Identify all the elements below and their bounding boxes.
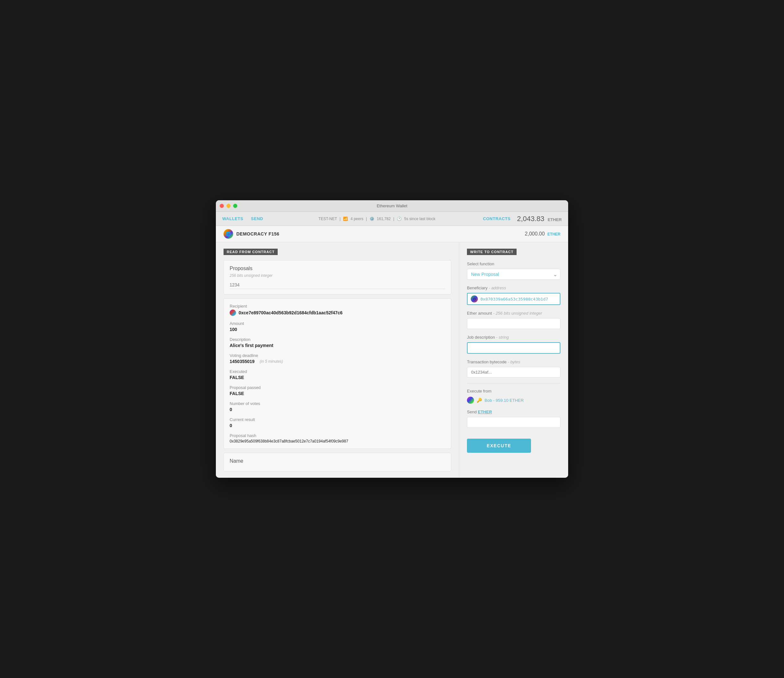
- name-card-title: Name: [230, 458, 445, 464]
- separator3: |: [393, 217, 394, 221]
- send-ether-input[interactable]: 0: [467, 417, 560, 428]
- name-card: Name: [224, 453, 451, 471]
- amount-label: Amount: [230, 321, 445, 326]
- balance-unit: ETHER: [548, 217, 562, 222]
- voting-deadline-label: Voting deadline: [230, 353, 445, 358]
- contract-name-text: DEMOCRACY F156: [236, 231, 279, 237]
- description-row: Description Alice's first payment: [230, 337, 445, 348]
- function-select-wrapper: New Proposal Vote Execute Proposal ⌄: [467, 269, 560, 280]
- balance-amount: 2,043.83: [517, 215, 544, 223]
- num-votes-label: Number of votes: [230, 401, 445, 406]
- ether-amount-label: Ether amount - 256 bits unsigned integer: [467, 311, 560, 316]
- network-status: TEST-NET | 📶 4 peers | ⚙️ 161,782 | 🕐 5s…: [271, 217, 483, 221]
- recipient-row: Recipient 0xce7e89700ac40d563b92d1684cfd…: [230, 304, 445, 316]
- contract-balance: 2,000.00 ETHER: [525, 231, 560, 237]
- current-result-row: Current result 0: [230, 417, 445, 428]
- send-ether-label: Send ETHER: [467, 410, 560, 414]
- write-section-label: WRITE TO CONTRACT: [467, 249, 516, 255]
- beneficiary-icon: ⬡: [471, 295, 478, 302]
- tx-bytecode-input[interactable]: [467, 367, 560, 377]
- blocks-count: 161,782: [377, 217, 391, 221]
- contract-balance-amount: 2,000.00: [525, 231, 545, 237]
- ether-amount-input[interactable]: 100: [467, 318, 560, 329]
- proposal-hash-value: 0x3829e95a509f638b84e3c87a8fcbae5012e7c7…: [230, 439, 445, 443]
- right-panel: WRITE TO CONTRACT Select function New Pr…: [459, 242, 568, 478]
- contract-balance-unit: ETHER: [548, 232, 560, 237]
- maximize-button[interactable]: [233, 204, 237, 208]
- proposal-passed-row: Proposal passed FALSE: [230, 385, 445, 396]
- peers-count: 4 peers: [350, 217, 363, 221]
- network-label: TEST-NET: [318, 217, 337, 221]
- select-function-group: Select function New Proposal Vote Execut…: [467, 262, 560, 280]
- recipient-value: 0xce7e89700ac40d563b92d1684cfdb1aac52f47…: [230, 310, 445, 316]
- deadline-hint: (in 5 minutes): [260, 359, 283, 364]
- antenna-icon: 📶: [343, 217, 348, 221]
- amount-value: 100: [230, 327, 445, 332]
- executed-value: FALSE: [230, 375, 445, 380]
- blocks-icon: ⚙️: [370, 217, 374, 221]
- read-section-label: READ FROM CONTRACT: [224, 249, 278, 255]
- recipient-icon: [230, 310, 236, 316]
- beneficiary-group: Beneficiary - address ⬡ 0x870339a66a53c3…: [467, 285, 560, 305]
- execute-from-account[interactable]: 🔑 Bob - 959.10 ETHER: [467, 397, 560, 404]
- clock-icon: 🕐: [397, 217, 401, 221]
- executed-label: Executed: [230, 369, 445, 374]
- main-content: READ FROM CONTRACT Proposals 256 bits un…: [216, 242, 568, 478]
- tx-bytecode-group: Transaction bytecode - bytes: [467, 360, 560, 377]
- minimize-button[interactable]: [226, 204, 230, 208]
- proposals-card: Proposals 256 bits unsigned integer: [224, 260, 451, 295]
- last-block: 5s since last block: [404, 217, 435, 221]
- wallets-nav[interactable]: WALLETS: [222, 216, 243, 221]
- amount-row: Amount 100: [230, 321, 445, 332]
- bob-avatar-icon: [467, 397, 474, 404]
- deadline-number: 1450355019: [230, 359, 255, 364]
- select-function-label: Select function: [467, 262, 560, 266]
- proposals-title: Proposals: [230, 266, 445, 271]
- execute-button[interactable]: EXECUTE: [467, 439, 531, 453]
- voting-deadline-value: 1450355019 (in 5 minutes): [230, 359, 445, 364]
- title-bar: Ethereum Wallet: [216, 200, 568, 212]
- left-panel: READ FROM CONTRACT Proposals 256 bits un…: [216, 242, 459, 478]
- beneficiary-address: 0x870339a66a53c35988c43b1d7: [481, 297, 548, 301]
- window-title: Ethereum Wallet: [376, 203, 408, 208]
- current-result-value: 0: [230, 423, 445, 428]
- contract-data-section: Recipient 0xce7e89700ac40d563b92d1684cfd…: [224, 298, 451, 449]
- proposal-hash-label: Proposal hash: [230, 433, 445, 438]
- executed-row: Executed FALSE: [230, 369, 445, 380]
- execute-from-group: Execute from 🔑 Bob - 959.10 ETHER: [467, 389, 560, 404]
- divider: [467, 383, 560, 383]
- voting-deadline-row: Voting deadline 1450355019 (in 5 minutes…: [230, 353, 445, 364]
- proposals-input[interactable]: [230, 281, 445, 289]
- app-window: Ethereum Wallet WALLETS SEND TEST-NET | …: [216, 200, 568, 478]
- description-value: Alice's first payment: [230, 343, 445, 348]
- execute-from-label: Execute from: [467, 389, 560, 393]
- recipient-label: Recipient: [230, 304, 445, 309]
- job-desc-label: Job description - string: [467, 335, 560, 340]
- proposal-passed-value: FALSE: [230, 391, 445, 396]
- window-controls: [220, 204, 237, 208]
- num-votes-row: Number of votes 0: [230, 401, 445, 412]
- proposals-hint: 256 bits unsigned integer: [230, 273, 445, 278]
- ether-amount-group: Ether amount - 256 bits unsigned integer…: [467, 311, 560, 329]
- send-ether-group: Send ETHER 0: [467, 410, 560, 433]
- beneficiary-input-wrapper[interactable]: ⬡ 0x870339a66a53c35988c43b1d7: [467, 293, 560, 305]
- send-ether-unit: ETHER: [478, 410, 492, 414]
- separator2: |: [366, 217, 367, 221]
- key-icon: 🔑: [476, 397, 482, 403]
- nav-right: CONTRACTS 2,043.83 ETHER: [483, 215, 562, 223]
- contract-name-section: 🌐 DEMOCRACY F156: [224, 229, 279, 239]
- proposal-hash-row: Proposal hash 0x3829e95a509f638b84e3c87a…: [230, 433, 445, 443]
- send-nav[interactable]: SEND: [251, 216, 263, 221]
- close-button[interactable]: [220, 204, 224, 208]
- separator1: |: [339, 217, 341, 221]
- proposal-passed-label: Proposal passed: [230, 385, 445, 390]
- beneficiary-label: Beneficiary - address: [467, 285, 560, 290]
- num-votes-value: 0: [230, 407, 445, 412]
- function-select[interactable]: New Proposal Vote Execute Proposal: [467, 269, 560, 280]
- nav-bar: WALLETS SEND TEST-NET | 📶 4 peers | ⚙️ 1…: [216, 212, 568, 226]
- total-balance: 2,043.83 ETHER: [517, 215, 562, 223]
- job-desc-input[interactable]: Send 100 to Eve: [467, 342, 560, 354]
- contract-avatar: 🌐: [224, 229, 233, 239]
- contracts-nav[interactable]: CONTRACTS: [483, 216, 510, 221]
- account-name: Bob - 959.10 ETHER: [485, 398, 524, 403]
